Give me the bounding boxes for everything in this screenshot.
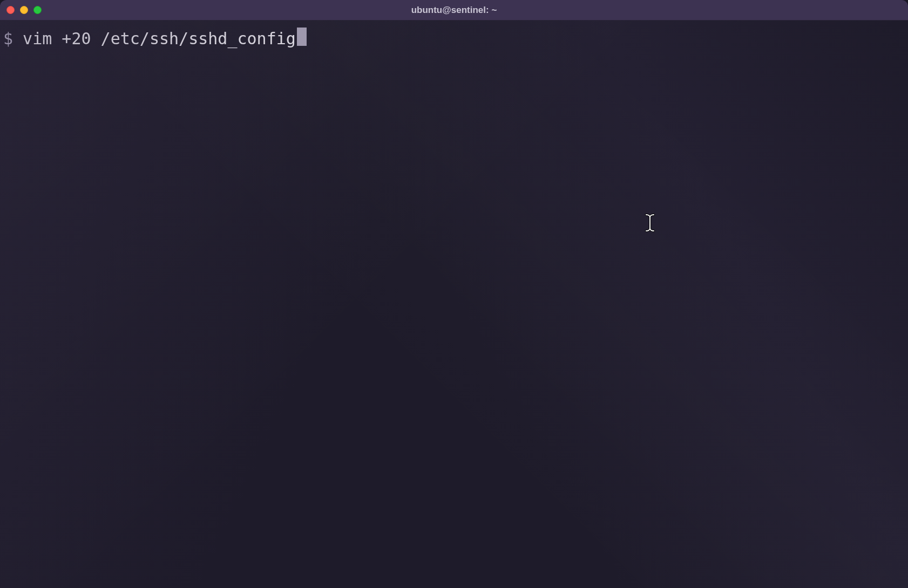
- terminal-window: ubuntu@sentinel: ~ $ vim +20 /etc/ssh/ss…: [0, 0, 908, 588]
- command-text: vim +20 /etc/ssh/sshd_config: [13, 29, 296, 49]
- maximize-button[interactable]: [33, 6, 42, 14]
- prompt-line: $ vim +20 /etc/ssh/sshd_config: [3, 26, 908, 49]
- titlebar[interactable]: ubuntu@sentinel: ~: [0, 0, 908, 20]
- prompt-symbol: $: [3, 29, 13, 49]
- window-title: ubuntu@sentinel: ~: [411, 5, 497, 16]
- close-button[interactable]: [6, 6, 15, 14]
- traffic-lights: [6, 6, 42, 14]
- terminal-cursor: [297, 28, 307, 46]
- terminal-body[interactable]: $ vim +20 /etc/ssh/sshd_config: [0, 20, 908, 588]
- text-cursor-icon: [645, 214, 655, 232]
- minimize-button[interactable]: [20, 6, 28, 14]
